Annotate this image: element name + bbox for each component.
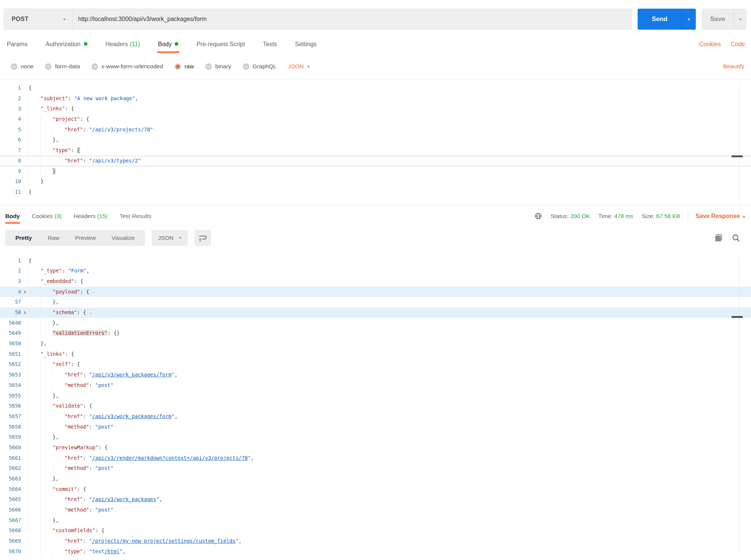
code-token: },	[53, 137, 59, 143]
save-response-button[interactable]: Save Response▾	[695, 213, 745, 220]
view-raw[interactable]: Raw	[40, 235, 67, 241]
send-button[interactable]: Send	[638, 9, 682, 30]
mode-form-data[interactable]: form-data	[45, 63, 80, 70]
code-token: "A new work package"	[74, 95, 135, 101]
save-options-button[interactable]: ▾	[734, 9, 746, 30]
copy-response-button[interactable]	[714, 233, 723, 242]
line-number: 1	[0, 83, 21, 93]
tab-params[interactable]: Params	[7, 41, 27, 53]
tab-authorization[interactable]: Authorization	[45, 41, 87, 53]
code-token: "	[172, 372, 175, 378]
view-segmented-control: Pretty Raw Preview Visualize	[5, 230, 145, 246]
indent-guide	[41, 328, 53, 339]
code-token: "/api/v3/projects/78"	[89, 126, 153, 132]
response-tab-cookies[interactable]: Cookies (3)	[32, 205, 62, 227]
cookies-link[interactable]: Cookies	[699, 41, 721, 48]
fold-chevron-icon[interactable]: ›	[21, 287, 29, 297]
mode-graphql[interactable]: GraphQL	[243, 63, 277, 70]
code-token: "post"	[95, 507, 113, 513]
request-body-editor[interactable]: 1{2"subject": "A new work package",3"_li…	[0, 80, 751, 200]
search-response-button[interactable]	[731, 233, 740, 242]
view-visualize[interactable]: Visualize	[104, 235, 143, 241]
globe-icon[interactable]	[534, 212, 542, 220]
collapsed-ellipsis[interactable]: …	[91, 289, 96, 294]
response-body-viewer[interactable]: 1{2"_type": "Form",3"_embedded": {4›"pay…	[0, 256, 751, 557]
send-options-button[interactable]: ▾	[682, 9, 696, 30]
response-meta-bar: Body Cookies (3) Headers (15) Test Resul…	[0, 205, 751, 227]
response-actions	[714, 233, 740, 242]
code-line: 57},	[0, 297, 751, 307]
tab-body-label: Body	[158, 41, 172, 47]
save-response-label: Save Response	[695, 213, 740, 219]
code-link[interactable]: Code	[731, 41, 745, 48]
indent-guide	[29, 125, 41, 135]
response-tab-headers-label: Headers	[74, 213, 96, 220]
code-token: "method"	[65, 382, 89, 388]
code-token: "href"	[65, 538, 83, 544]
json-link[interactable]: /api/v3/render/markdown?context=/api/v3/…	[92, 455, 248, 461]
mode-none[interactable]: none	[11, 63, 33, 70]
response-tab-body[interactable]: Body	[5, 205, 20, 227]
request-overview-ruler	[739, 83, 739, 203]
code-line: 9}	[0, 166, 751, 177]
indent-guide	[53, 546, 65, 557]
mode-binary[interactable]: binary	[205, 63, 231, 70]
line-number: 5658	[0, 422, 21, 432]
beautify-link[interactable]: Beautify	[723, 63, 744, 70]
json-link[interactable]: /api/v3/work_packages	[92, 496, 156, 502]
response-tab-test-results[interactable]: Test Results	[120, 205, 151, 227]
line-number: 7	[0, 145, 21, 156]
save-button[interactable]: Save	[701, 9, 734, 30]
indent-guide	[29, 474, 41, 484]
line-number: 5648	[0, 318, 21, 328]
chevron-down-icon[interactable]: ▾	[308, 64, 310, 69]
fold-gutter	[21, 484, 29, 495]
json-link[interactable]: /projects/my-new-project/settings/custom…	[92, 538, 235, 544]
fold-chevron-icon[interactable]: ›	[21, 307, 29, 318]
response-tab-body-label: Body	[5, 213, 20, 220]
json-link[interactable]: /api/v3/work_packages/form	[92, 413, 171, 419]
code-token: :	[83, 496, 89, 502]
code-content: "method": "post"	[29, 463, 113, 474]
mode-binary-label: binary	[215, 63, 231, 70]
indent-guide	[29, 276, 41, 287]
view-pretty[interactable]: Pretty	[8, 235, 40, 241]
json-link[interactable]: /html	[104, 548, 120, 554]
code-content: "type": "text/html",	[29, 546, 126, 557]
indent-guide	[41, 359, 53, 370]
mode-raw[interactable]: raw	[175, 63, 194, 70]
tab-body[interactable]: Body	[158, 41, 178, 53]
request-tabs: Params Authorization Headers (11) Body P…	[0, 41, 751, 53]
fold-gutter	[21, 266, 29, 276]
tab-tests[interactable]: Tests	[263, 41, 277, 53]
json-link[interactable]: /api/v3/work_packages/form	[92, 372, 171, 378]
mode-urlencoded[interactable]: x-www-form-urlencoded	[92, 63, 163, 70]
code-token: : {	[77, 309, 86, 315]
code-line: 5664"commit": {	[0, 484, 751, 495]
chevron-down-icon: ▾	[739, 17, 742, 22]
raw-language-select[interactable]: JSON	[288, 63, 303, 70]
code-token: ,	[86, 268, 89, 274]
code-token: "_links"	[41, 105, 65, 111]
code-token: "payload"	[53, 289, 80, 295]
code-content: }	[29, 187, 32, 197]
code-token: }	[41, 178, 44, 184]
view-preview[interactable]: Preview	[67, 235, 104, 241]
code-content: }	[29, 176, 44, 187]
collapsed-ellipsis[interactable]: …	[87, 310, 93, 315]
fold-gutter	[21, 474, 29, 484]
line-number: 5670	[0, 546, 21, 557]
line-number: 8	[0, 156, 21, 166]
tab-pre-request-script[interactable]: Pre-request Script	[196, 41, 245, 53]
wrap-lines-button[interactable]	[195, 230, 211, 246]
tab-headers[interactable]: Headers (11)	[106, 41, 140, 53]
response-language-select[interactable]: JSON ▾	[152, 230, 188, 246]
indent-guide	[53, 411, 65, 422]
method-select[interactable]: POST ▾	[4, 9, 72, 29]
line-number: 5654	[0, 380, 21, 391]
indent-guide	[29, 297, 41, 307]
url-input[interactable]: http://localhost:3000/api/v3/work_packag…	[72, 9, 631, 29]
response-tab-headers[interactable]: Headers (15)	[74, 205, 107, 227]
tab-settings[interactable]: Settings	[295, 41, 317, 53]
code-line: 5652"self": {	[0, 359, 751, 370]
